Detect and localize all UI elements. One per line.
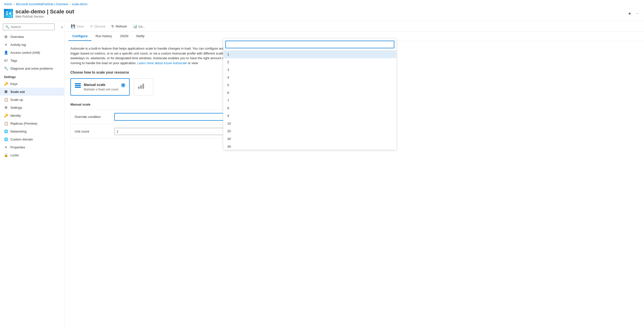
sidebar-item-identity[interactable]: 🔑 Identity [0, 111, 64, 119]
sidebar-collapse-button[interactable]: « [60, 24, 64, 30]
tab-json[interactable]: JSON [116, 32, 132, 41]
page-title-area: scale-demo | Scale out Web PubSub Servic… [15, 8, 624, 18]
sidebar-item-locks[interactable]: 🔒 Locks [0, 151, 64, 159]
sidebar-item-properties[interactable]: ≡ Properties [0, 143, 64, 151]
logs-icon: 📊 [133, 24, 137, 28]
svg-rect-3 [75, 83, 81, 84]
manual-scale-radio[interactable] [121, 83, 125, 87]
custom-domain-icon: 🌐 [4, 137, 8, 141]
override-condition-label: Override condition [74, 115, 114, 119]
locks-icon: 🔒 [4, 153, 8, 157]
tab-notify[interactable]: Notify [132, 32, 148, 41]
tab-run-history[interactable]: Run history [92, 32, 116, 41]
unit-count-dropdown: 1234567891020304050 [223, 38, 396, 150]
svg-rect-5 [75, 87, 81, 88]
sidebar-item-label-properties: Properties [10, 145, 25, 149]
dropdown-option-4[interactable]: 4 [223, 74, 396, 81]
dropdown-option-3[interactable]: 3 [223, 66, 396, 74]
sidebar-item-label-replicas: Replicas (Preview) [10, 122, 37, 125]
properties-icon: ≡ [4, 145, 8, 149]
sidebar-item-keys[interactable]: 🔑 Keys [0, 80, 64, 88]
breadcrumb-overview[interactable]: Microsoft.AzureWebPubSub | Overview [16, 2, 68, 6]
svg-rect-8 [142, 84, 144, 89]
unit-count-label: Unit count [74, 130, 114, 133]
page-subtitle: Web PubSub Service [15, 15, 624, 18]
dropdown-option-40[interactable]: 40 [223, 143, 396, 150]
sidebar-item-label-activity-log: Activity log [10, 43, 26, 46]
sidebar-item-tags[interactable]: 🏷 Tags [0, 56, 64, 64]
discard-icon: ✕ [90, 24, 93, 28]
manual-scale-icon [75, 83, 81, 90]
dropdown-option-5[interactable]: 5 [223, 81, 396, 89]
save-button[interactable]: 💾 Save [68, 23, 86, 29]
sidebar-item-replicas[interactable]: 📋 Replicas (Preview) [0, 119, 64, 127]
networking-icon: 🌐 [4, 129, 8, 133]
svg-rect-7 [140, 85, 142, 89]
save-icon: 💾 [71, 24, 75, 28]
logs-button[interactable]: 📊 Lo... [130, 23, 147, 29]
settings-icon: ⚙ [4, 105, 8, 109]
nav-items-container: ⊞ Overview ≡ Activity log 👤 Access contr… [0, 33, 64, 159]
dropdown-option-20[interactable]: 20 [223, 127, 396, 135]
dropdown-option-8[interactable]: 8 [223, 104, 396, 112]
sidebar-item-overview[interactable]: ⊞ Overview [0, 33, 64, 41]
sidebar-search-wrap: 🔍 « [0, 21, 64, 33]
manual-scale-subtitle: Maintain a fixed unit count [84, 88, 118, 91]
search-input[interactable] [11, 25, 52, 29]
sidebar-item-label-locks: Locks [10, 153, 19, 157]
breadcrumb-current[interactable]: scale-demo [72, 2, 87, 6]
description-text: Autoscale is a built-in feature that hel… [70, 46, 244, 65]
sidebar-item-diagnose[interactable]: 🔧 Diagnose and solve problems [0, 64, 64, 72]
more-options-button[interactable]: ··· [635, 10, 640, 16]
sidebar-item-label-scale-out: Scale out [10, 90, 25, 94]
dropdown-list: 1234567891020304050 [223, 50, 396, 150]
sidebar-search-box[interactable]: 🔍 [3, 23, 54, 30]
scale-up-icon: 📋 [4, 98, 8, 102]
dropdown-option-30[interactable]: 30 [223, 135, 396, 143]
toolbar: 💾 Save ✕ Discard ↻ Refresh 📊 Lo... [64, 21, 644, 32]
sidebar-item-label-access-control: Access control (IAM) [10, 51, 40, 54]
manual-scale-text: Manual scale Maintain a fixed unit count [84, 83, 118, 91]
page-header: scale-demo | Scale out Web PubSub Servic… [0, 7, 644, 21]
unit-count-value: 1 [116, 130, 118, 133]
sidebar-item-access-control[interactable]: 👤 Access control (IAM) [0, 48, 64, 56]
dropdown-search-input[interactable] [225, 41, 394, 48]
manual-scale-card[interactable]: Manual scale Maintain a fixed unit count [70, 78, 130, 96]
search-icon: 🔍 [5, 25, 9, 29]
keys-icon: 🔑 [4, 82, 8, 86]
sidebar-item-networking[interactable]: 🌐 Networking [0, 127, 64, 135]
sidebar-item-label-keys: Keys [10, 82, 18, 86]
main-layout: 🔍 « ⊞ Overview ≡ Activity log 👤 Access c… [0, 21, 644, 328]
sidebar-item-label-diagnose: Diagnose and solve problems [10, 67, 53, 70]
sidebar-item-custom-domain[interactable]: 🌐 Custom domain [0, 135, 64, 143]
sidebar-item-activity-log[interactable]: ≡ Activity log [0, 41, 64, 48]
svg-rect-0 [6, 11, 8, 12]
dropdown-option-9[interactable]: 9 [223, 112, 396, 120]
custom-scale-card[interactable] [134, 78, 154, 96]
dropdown-option-10[interactable]: 10 [223, 120, 396, 127]
sidebar-item-label-tags: Tags [10, 59, 17, 62]
sidebar-item-label-scale-up: Scale up [10, 98, 23, 102]
diagnose-icon: 🔧 [4, 66, 8, 70]
dropdown-option-7[interactable]: 7 [223, 97, 396, 104]
nav-section-settings: Settings [0, 72, 64, 80]
tab-configure[interactable]: Configure [68, 32, 92, 41]
svg-rect-6 [138, 87, 140, 89]
breadcrumb-home[interactable]: Home [4, 2, 12, 6]
sidebar-item-label-networking: Networking [10, 130, 26, 133]
replicas-icon: 📋 [4, 121, 8, 125]
discard-button[interactable]: ✕ Discard [88, 23, 108, 29]
dropdown-search-row [223, 39, 396, 50]
sidebar-item-settings[interactable]: ⚙ Settings [0, 104, 64, 111]
dropdown-option-1[interactable]: 1 [223, 50, 396, 58]
learn-more-link[interactable]: Learn more about Azure Autoscale [137, 61, 187, 65]
scale-out-icon: ⊞ [4, 90, 8, 94]
sidebar-item-scale-out[interactable]: ⊞ Scale out [0, 88, 64, 96]
dropdown-option-6[interactable]: 6 [223, 89, 396, 97]
content-area: 💾 Save ✕ Discard ↻ Refresh 📊 Lo... Confi… [64, 21, 644, 328]
dropdown-option-2[interactable]: 2 [223, 58, 396, 66]
sidebar-item-scale-up[interactable]: 📋 Scale up [0, 96, 64, 104]
service-icon [4, 9, 13, 18]
refresh-button[interactable]: ↻ Refresh [109, 23, 130, 29]
favorite-button[interactable]: ★ [627, 10, 632, 17]
